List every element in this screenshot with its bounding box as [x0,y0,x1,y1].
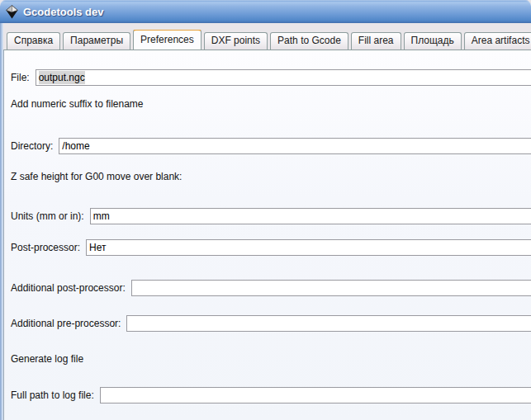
file-input[interactable]: output.ngc [36,69,531,86]
tab-параметры[interactable]: Параметры [63,32,130,50]
post-processor-value: Нет [89,241,106,254]
row-directory: Directory:/home [11,137,531,155]
units-value: mm [93,210,110,223]
tab-area-artifacts[interactable]: Area artifacts [464,32,531,50]
row-file: File:output.ngc [11,68,531,87]
row-z-safe-height: Z safe height for G00 move over blank: [11,168,531,186]
directory-value: /home [62,139,89,153]
directory-input[interactable]: /home [59,138,531,154]
units-input[interactable]: mm [90,208,531,224]
additional-post-processor-input[interactable] [131,280,531,296]
row-add-numeric-suffix: Add numeric suffix to filename [11,95,531,113]
generate-log-file-label: Generate log file [11,353,83,365]
row-units: Units (mm or in):mm [11,207,531,225]
row-full-path-to-log-file: Full path to log file: [11,386,531,404]
tab-dxf-points[interactable]: DXF points [204,32,268,50]
preferences-tab-panel: File:output.ngcAdd numeric suffix to fil… [3,50,531,420]
row-additional-pre-processor: Additional pre-processor: [11,314,531,333]
add-numeric-suffix-label: Add numeric suffix to filename [11,98,144,110]
directory-label: Directory: [11,140,53,152]
tab-preferences[interactable]: Preferences [133,30,201,50]
full-path-to-log-file-input[interactable] [100,387,531,403]
units-label: Units (mm or in): [11,210,84,222]
full-path-to-log-file-label: Full path to log file: [11,389,94,401]
post-processor-label: Post-processor: [11,242,80,253]
window-title: Gcodetools dev [23,6,104,18]
tab-площадь[interactable]: Площадь [404,32,462,50]
tab-path-to-gcode[interactable]: Path to Gcode [270,32,348,50]
tab-справка[interactable]: Справка [7,32,60,50]
inkscape-icon [5,5,19,19]
row-generate-log-file: Generate log file [11,350,531,368]
tab-fill-area[interactable]: Fill area [351,32,401,50]
additional-pre-processor-input[interactable] [126,315,531,332]
row-additional-post-processor: Additional post-processor: [11,279,531,297]
row-post-processor: Post-processor:Нет [11,238,531,257]
z-safe-height-label: Z safe height for G00 move over blank: [11,171,182,182]
post-processor-input[interactable]: Нет [86,239,531,256]
tab-strip: СправкаПараметрыPreferencesDXF pointsPat… [3,30,531,50]
additional-post-processor-label: Additional post-processor: [11,282,126,294]
file-label: File: [11,72,30,83]
additional-pre-processor-label: Additional pre-processor: [11,318,121,329]
gcodetools-window: Gcodetools dev СправкаПараметрыPreferenc… [0,0,531,420]
file-value: output.ngc [39,71,85,84]
titlebar[interactable]: Gcodetools dev [0,0,531,23]
